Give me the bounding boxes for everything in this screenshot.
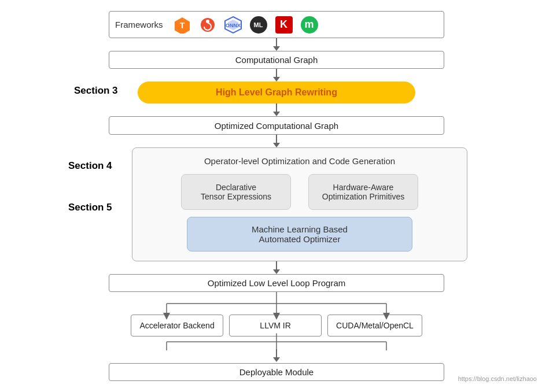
section4-inner-box: Operator-level Optimization and Code Gen… <box>132 147 467 261</box>
high-level-rewriting-box: High Level Graph Rewriting <box>138 82 415 103</box>
section3-content: High Level Graph Rewriting <box>138 69 415 116</box>
arrow-4 <box>273 135 280 147</box>
svg-text:T: T <box>179 21 185 30</box>
multi-merge-arrow <box>109 336 444 350</box>
mxnet-icon-inner: ML <box>250 16 267 34</box>
optimized-loop-box: Optimized Low Level Loop Program <box>109 274 444 292</box>
op-level-text: Operator-level Optimization and Code Gen… <box>204 156 395 166</box>
optimized-graph-box: Optimized Computational Graph <box>109 116 444 134</box>
section3-label: Section 3 <box>74 85 118 97</box>
keras-icon: K <box>274 15 294 35</box>
section4-label: Section 4 <box>68 160 112 172</box>
tensorflow-icon: T <box>172 15 192 35</box>
frameworks-box: Frameworks T ONNX ML <box>109 11 444 38</box>
keras-icon-inner: K <box>275 16 293 34</box>
onnx-icon: ONNX <box>223 15 243 35</box>
svg-text:ONNX: ONNX <box>226 23 241 28</box>
arrow-5 <box>273 261 280 274</box>
frameworks-label: Frameworks <box>115 20 163 29</box>
framework6-icon-inner: m <box>301 16 318 34</box>
deployable-module-box: Deployable Module <box>109 363 444 381</box>
svg-marker-10 <box>163 313 170 320</box>
computational-graph-box: Computational Graph <box>109 51 444 69</box>
section-labels-col: Section 4 Section 5 <box>68 147 132 213</box>
section3-side-right <box>415 69 479 72</box>
section5-label: Section 5 <box>68 202 112 213</box>
svg-marker-12 <box>273 313 280 320</box>
hardware-aware-box: Hardware-Aware Optimization Primitives <box>308 174 418 210</box>
section3-side: Section 3 <box>74 69 138 97</box>
arrow-3 <box>273 103 280 116</box>
arrow-6 <box>273 349 280 362</box>
pytorch-icon <box>198 15 217 35</box>
declarative-tensor-box: Declarative Tensor Expressions <box>181 174 291 210</box>
arrow-2 <box>273 69 280 82</box>
watermark: https://blog.csdn.net/lizhaoo <box>458 375 537 382</box>
section3-row: Section 3 High Level Graph Rewriting <box>10 69 543 116</box>
mxnet-icon: ML <box>249 15 268 35</box>
svg-marker-14 <box>383 313 390 320</box>
diagram-container: https://blog.csdn.net/lizhaoo Frameworks… <box>10 5 543 387</box>
framework6-icon: m <box>300 15 319 35</box>
multi-arrow <box>109 292 444 315</box>
section4-boxes-row: Declarative Tensor Expressions Hardware-… <box>142 174 458 210</box>
ml-optimizer-box: Machine Learning Based Automated Optimiz… <box>187 217 412 252</box>
section45-row: Section 4 Section 5 Operator-level Optim… <box>10 147 543 261</box>
arrow-1 <box>273 38 280 51</box>
